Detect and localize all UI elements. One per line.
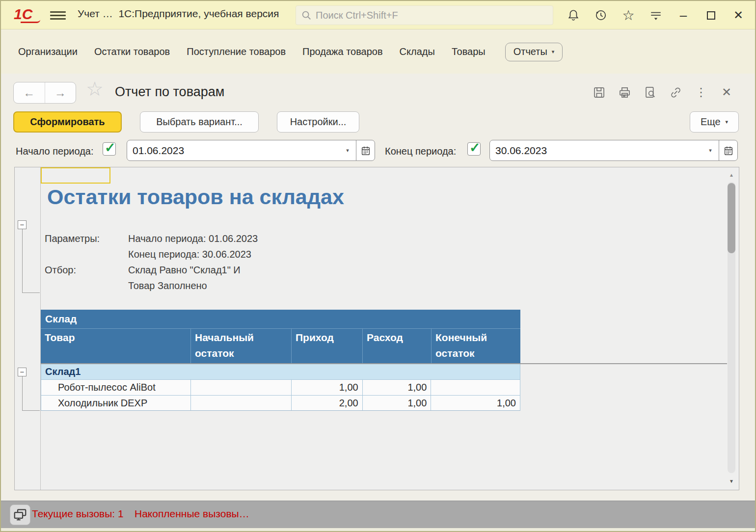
period-start-calendar-button[interactable] xyxy=(356,140,375,160)
table-row[interactable]: Холодильник DEXP 2,00 1,00 1,00 xyxy=(41,395,520,411)
group-bracket-line xyxy=(22,229,23,293)
chevron-down-icon: ▾ xyxy=(709,147,712,154)
group-bracket-line xyxy=(22,410,40,411)
app-window: 1С Учет … 1С:Предприятие, учебная версия… xyxy=(0,0,756,532)
service-menu-icon xyxy=(649,9,662,22)
report-table-header: Склад Товар Начальный остаток Приход Рас… xyxy=(41,310,520,363)
table-group-header: Склад xyxy=(41,310,520,328)
report-spreadsheet: Остатки товаров на складах − Параметры: … xyxy=(14,167,739,490)
income-cell[interactable]: 2,00 xyxy=(291,396,362,410)
grouping-margin xyxy=(15,167,41,490)
search-placeholder: Поиск Ctrl+Shift+F xyxy=(316,10,398,21)
forward-button[interactable]: → xyxy=(45,82,76,103)
accumulated-calls-text[interactable]: Накопленные вызовы… xyxy=(135,508,249,520)
params-line: Начало периода: 01.06.2023 xyxy=(128,233,258,244)
scroll-down-button[interactable]: ▼ xyxy=(726,479,737,484)
nav-item-goods-sale[interactable]: Продажа товаров xyxy=(302,46,383,57)
product-cell[interactable]: Робот-пылесос AliBot xyxy=(41,380,190,395)
column-header-opening: Начальный остаток xyxy=(190,329,291,363)
income-cell[interactable]: 1,00 xyxy=(291,380,362,395)
report-form: ← → ☆ Отчет по товарам ⋮ ✕ Сформировать … xyxy=(1,74,755,501)
add-to-favorites-star-icon[interactable]: ☆ xyxy=(86,78,104,100)
form-title: Отчет по товарам xyxy=(115,84,224,100)
opening-cell[interactable] xyxy=(190,396,291,410)
params-label: Параметры: xyxy=(45,233,100,244)
nav-item-goods[interactable]: Товары xyxy=(452,46,486,57)
opening-cell[interactable] xyxy=(190,380,291,395)
star-icon: ☆ xyxy=(622,7,634,24)
checkmark-icon: ✓ xyxy=(469,140,481,156)
save-button[interactable] xyxy=(586,84,612,100)
close-window-button[interactable]: ✕ xyxy=(725,1,752,29)
column-header-closing: Конечный остаток xyxy=(431,329,520,363)
history-icon xyxy=(594,9,607,22)
favorites-button[interactable]: ☆ xyxy=(615,1,642,29)
filter-line: Товар Заполнено xyxy=(128,280,207,292)
period-end-value[interactable]: 30.06.2023 xyxy=(490,140,702,160)
minimize-button[interactable]: – xyxy=(670,1,697,29)
more-actions-button[interactable]: ⋮ xyxy=(688,84,714,100)
closing-cell[interactable] xyxy=(431,380,520,395)
collapse-group-button[interactable]: − xyxy=(18,368,27,376)
bottom-strip xyxy=(1,528,755,532)
choose-variant-button[interactable]: Выбрать вариант... xyxy=(140,111,259,133)
nav-item-stock-balance[interactable]: Остатки товаров xyxy=(94,46,170,57)
generate-button[interactable]: Сформировать xyxy=(13,111,122,133)
reports-menu-button[interactable]: Отчеты ▾ xyxy=(505,43,563,61)
notifications-button[interactable] xyxy=(560,1,587,29)
settings-button[interactable]: Настройки... xyxy=(277,111,359,133)
main-menu-button[interactable] xyxy=(50,9,66,21)
group-bracket-line xyxy=(22,376,23,410)
chevron-down-icon: ▾ xyxy=(726,119,729,125)
selected-cell-outline xyxy=(41,167,110,184)
get-link-button[interactable] xyxy=(663,84,688,100)
period-end-calendar-button[interactable] xyxy=(719,140,737,160)
nav-item-organizations[interactable]: Организации xyxy=(18,46,78,57)
close-form-button[interactable]: ✕ xyxy=(714,84,739,100)
period-start-field[interactable]: 01.06.2023 ▾ xyxy=(127,140,375,161)
search-input[interactable]: Поиск Ctrl+Shift+F xyxy=(296,5,553,25)
history-nav-group: ← → xyxy=(13,82,76,104)
current-calls-text: Текущие вызовы: 1 xyxy=(32,508,124,520)
expense-cell[interactable]: 1,00 xyxy=(362,380,431,395)
more-button[interactable]: Еще ▾ xyxy=(690,111,739,133)
scroll-up-button[interactable]: ▲ xyxy=(726,172,737,178)
vertical-scrollbar[interactable]: ▲ ▼ xyxy=(726,169,737,488)
nav-item-warehouses[interactable]: Склады xyxy=(400,46,435,57)
filter-label: Отбор: xyxy=(45,265,76,276)
arrow-left-icon: ← xyxy=(23,86,35,100)
period-start-checkbox[interactable]: ✓ xyxy=(103,142,116,156)
group-bracket-line xyxy=(22,293,40,293)
nav-item-goods-receipt[interactable]: Поступление товаров xyxy=(187,46,286,57)
service-menu-button[interactable] xyxy=(642,1,670,29)
collapse-group-button[interactable]: − xyxy=(18,220,27,229)
preview-button[interactable] xyxy=(637,84,663,100)
kebab-icon: ⋮ xyxy=(695,85,707,99)
expense-cell[interactable]: 1,00 xyxy=(362,396,431,410)
status-bar: Текущие вызовы: 1 Накопленные вызовы… xyxy=(1,501,755,528)
period-start-dropdown-button[interactable]: ▾ xyxy=(339,140,356,160)
maximize-button[interactable] xyxy=(697,1,725,29)
product-cell[interactable]: Холодильник DEXP xyxy=(41,396,190,410)
floppy-icon xyxy=(593,86,606,99)
history-button[interactable] xyxy=(587,1,615,29)
warehouse-group-row[interactable]: Склад1 xyxy=(41,364,520,379)
checkmark-icon: ✓ xyxy=(105,140,116,156)
performance-indicator-button[interactable] xyxy=(10,505,30,525)
closing-cell[interactable]: 1,00 xyxy=(431,396,520,410)
table-row[interactable]: Робот-пылесос AliBot 1,00 1,00 xyxy=(41,379,520,395)
chevron-down-icon: ▾ xyxy=(552,49,555,55)
period-end-field[interactable]: 30.06.2023 ▾ xyxy=(489,140,738,161)
preview-icon xyxy=(644,86,657,99)
period-end-label: Конец периода: xyxy=(385,144,456,159)
scrollbar-thumb[interactable] xyxy=(728,183,735,253)
calendar-icon xyxy=(360,145,371,156)
params-line: Конец периода: 30.06.2023 xyxy=(128,249,251,260)
period-end-dropdown-button[interactable]: ▾ xyxy=(702,140,719,160)
period-start-value[interactable]: 01.06.2023 xyxy=(127,140,339,160)
titlebar: 1С Учет … 1С:Предприятие, учебная версия… xyxy=(1,1,755,29)
period-end-checkbox[interactable]: ✓ xyxy=(467,142,481,156)
back-button[interactable]: ← xyxy=(14,82,45,103)
print-button[interactable] xyxy=(612,84,637,100)
app-title: Учет … 1С:Предприятие, учебная версия xyxy=(78,8,279,20)
